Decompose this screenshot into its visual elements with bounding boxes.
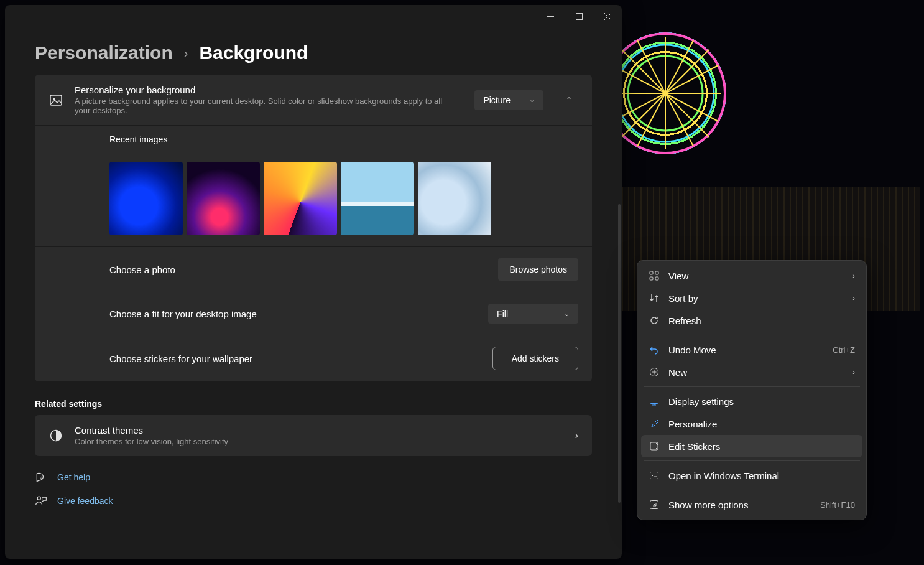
- minimize-button[interactable]: [536, 5, 565, 27]
- cm-undo-label: Undo Move: [668, 345, 824, 355]
- display-icon: [649, 396, 660, 407]
- give-feedback-label: Give feedback: [57, 496, 113, 506]
- cm-view-label: View: [668, 271, 844, 281]
- cm-new-label: New: [668, 367, 844, 378]
- cm-undo-accel: Ctrl+Z: [833, 345, 855, 355]
- plus-circle-icon: [649, 367, 660, 378]
- browse-photos-button[interactable]: Browse photos: [498, 258, 578, 281]
- give-feedback-link[interactable]: Give feedback: [35, 492, 592, 510]
- svg-text:?: ?: [40, 474, 43, 480]
- choose-photo-row: Choose a photo Browse photos: [35, 246, 592, 292]
- chevron-down-icon: ⌄: [564, 310, 570, 318]
- contrast-title: Contrast themes: [75, 425, 564, 436]
- sort-icon: [649, 292, 660, 304]
- recent-image-4[interactable]: [341, 162, 414, 235]
- recent-image-2[interactable]: [187, 162, 260, 235]
- collapse-toggle[interactable]: ⌃: [560, 91, 578, 110]
- cm-sort-by[interactable]: Sort by ›: [641, 287, 862, 309]
- cm-display-label: Display settings: [668, 396, 855, 407]
- cm-more-accel: Shift+F10: [820, 500, 855, 510]
- separator: [644, 335, 860, 335]
- page-title: Background: [199, 42, 308, 63]
- sticker-icon: [649, 441, 660, 452]
- image-icon: [49, 93, 63, 108]
- fit-dropdown[interactable]: Fill ⌄: [488, 304, 578, 324]
- cm-more-label: Show more options: [668, 500, 811, 510]
- cm-view[interactable]: View ›: [641, 264, 862, 287]
- brush-icon: [649, 418, 660, 429]
- chevron-right-icon: ›: [852, 272, 855, 279]
- svg-rect-23: [655, 277, 658, 280]
- cm-sort-label: Sort by: [668, 293, 844, 304]
- svg-point-19: [37, 497, 40, 500]
- maximize-button[interactable]: [565, 5, 593, 27]
- cm-display-settings[interactable]: Display settings: [641, 390, 862, 413]
- cm-new[interactable]: New ›: [641, 361, 862, 383]
- contrast-desc: Color themes for low vision, light sensi…: [75, 437, 448, 446]
- dropdown-value: Fill: [497, 309, 508, 319]
- chevron-right-icon: ›: [184, 46, 188, 60]
- get-help-link[interactable]: ? Get help: [35, 469, 592, 486]
- cm-edit-stickers[interactable]: Edit Stickers: [641, 435, 862, 457]
- close-button[interactable]: [593, 5, 622, 27]
- choose-fit-row: Choose a fit for your desktop image Fill…: [35, 292, 592, 335]
- desktop-context-menu: View › Sort by › Refresh Undo Move Ctrl+…: [637, 260, 867, 520]
- related-settings-label: Related settings: [35, 399, 592, 409]
- contrast-icon: [49, 428, 63, 443]
- dropdown-value: Picture: [483, 95, 511, 105]
- refresh-icon: [649, 315, 660, 326]
- cm-undo-move[interactable]: Undo Move Ctrl+Z: [641, 339, 862, 361]
- cm-refresh-label: Refresh: [668, 315, 855, 326]
- add-stickers-button[interactable]: Add stickers: [492, 347, 578, 370]
- cm-edit-stickers-label: Edit Stickers: [668, 441, 855, 452]
- recent-image-5[interactable]: [418, 162, 491, 235]
- grid-icon: [649, 270, 660, 281]
- choose-fit-label: Choose a fit for your desktop image: [109, 309, 477, 319]
- feedback-icon: [35, 495, 47, 507]
- personalize-row: Personalize your background A picture ba…: [35, 75, 592, 125]
- cm-terminal-label: Open in Windows Terminal: [668, 470, 855, 481]
- recent-images-label: Recent images: [109, 134, 167, 144]
- svg-rect-27: [650, 398, 658, 404]
- undo-icon: [649, 344, 660, 355]
- chevron-up-icon: ⌃: [566, 96, 572, 105]
- recent-images-row: Recent images: [35, 125, 592, 246]
- chevron-right-icon: ›: [852, 294, 855, 302]
- more-options-icon: [649, 499, 660, 510]
- separator: [644, 490, 860, 490]
- svg-rect-20: [650, 271, 653, 274]
- help-icon: ?: [35, 471, 47, 483]
- choose-photo-label: Choose a photo: [109, 264, 487, 275]
- svg-rect-12: [576, 13, 582, 19]
- background-type-dropdown[interactable]: Picture ⌄: [474, 90, 543, 110]
- cm-more-options[interactable]: Show more options Shift+F10: [641, 493, 862, 516]
- breadcrumb: Personalization › Background: [5, 27, 622, 75]
- content-area: Personalize your background A picture ba…: [5, 75, 622, 559]
- recent-image-1[interactable]: [109, 162, 183, 235]
- contrast-themes-card[interactable]: Contrast themes Color themes for low vis…: [35, 415, 592, 456]
- separator: [644, 460, 860, 461]
- titlebar: [5, 5, 622, 27]
- cm-open-terminal[interactable]: Open in Windows Terminal: [641, 464, 862, 487]
- chevron-right-icon: ›: [852, 368, 855, 376]
- svg-rect-32: [650, 501, 658, 509]
- choose-stickers-label: Choose stickers for your wallpaper: [109, 353, 481, 364]
- recent-image-3[interactable]: [264, 162, 337, 235]
- get-help-label: Get help: [57, 472, 90, 482]
- svg-rect-15: [50, 95, 62, 105]
- breadcrumb-parent[interactable]: Personalization: [35, 42, 173, 63]
- cm-personalize-label: Personalize: [668, 419, 855, 429]
- ferris-wheel-graphic: [603, 31, 728, 156]
- scrollbar[interactable]: [618, 204, 621, 503]
- chevron-down-icon: ⌄: [529, 96, 535, 104]
- svg-rect-21: [655, 271, 658, 274]
- svg-rect-31: [650, 472, 658, 479]
- personalize-desc: A picture background applies to your cur…: [75, 96, 448, 115]
- background-card: Personalize your background A picture ba…: [35, 75, 592, 381]
- personalize-title: Personalize your background: [75, 85, 463, 95]
- cm-refresh[interactable]: Refresh: [641, 309, 862, 332]
- settings-window: Personalization › Background Personalize…: [5, 5, 622, 559]
- choose-stickers-row: Choose stickers for your wallpaper Add s…: [35, 335, 592, 381]
- separator: [644, 386, 860, 387]
- cm-personalize[interactable]: Personalize: [641, 413, 862, 435]
